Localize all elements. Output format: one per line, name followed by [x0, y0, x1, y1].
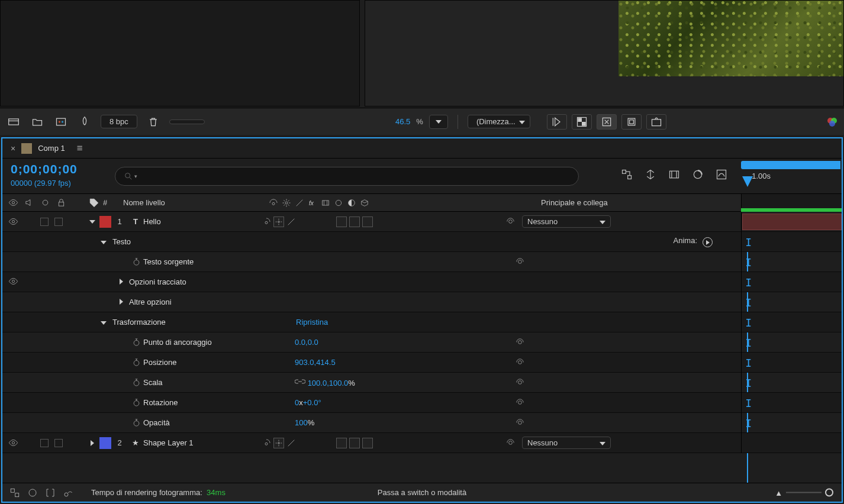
animate-menu-icon[interactable] [703, 237, 713, 247]
quality-dropdown[interactable]: (Dimezza... [468, 115, 530, 128]
shy-icon[interactable] [262, 217, 271, 227]
current-timecode[interactable]: 0;00;00;00 [11, 162, 78, 176]
shy-switch-icon[interactable] [269, 198, 278, 208]
stopwatch-icon[interactable] [132, 378, 141, 387]
frame-blend-switch-icon[interactable] [321, 198, 330, 208]
eye-icon[interactable] [8, 217, 18, 227]
draft-3d-icon[interactable] [643, 168, 658, 181]
3d-switch-icon[interactable] [360, 198, 369, 208]
switch-box-2[interactable] [349, 438, 360, 448]
layer-color-swatch[interactable] [99, 216, 111, 228]
playhead[interactable] [742, 176, 753, 187]
timeline-zoom-slider[interactable]: ▲ [775, 488, 833, 497]
graph-editor-icon[interactable] [714, 168, 729, 181]
render-queue-icon[interactable] [63, 487, 73, 498]
motion-blur-switch-icon[interactable] [334, 198, 343, 208]
trash-icon[interactable] [146, 115, 161, 128]
panel-menu-icon[interactable]: ≡ [77, 143, 83, 154]
index-column[interactable]: # [103, 198, 123, 207]
path-options-row[interactable]: Opzioni tracciato I [2, 272, 842, 292]
stopwatch-icon[interactable] [132, 257, 141, 266]
fx-switch-icon[interactable]: fx [308, 198, 317, 208]
pickwhip-icon[interactable] [515, 337, 525, 347]
layer-color-swatch[interactable] [99, 437, 111, 449]
stopwatch-icon[interactable] [132, 358, 141, 367]
opacity-row[interactable]: Opacità 100% I [2, 413, 842, 433]
composition-mini-flowchart-icon[interactable] [619, 168, 634, 181]
lock-box[interactable] [54, 439, 63, 447]
label-column-icon[interactable] [89, 198, 99, 208]
close-panel-icon[interactable]: × [11, 144, 15, 153]
eye-icon[interactable] [8, 276, 18, 286]
pickwhip-icon[interactable] [505, 217, 516, 227]
project-view-icon[interactable] [6, 115, 21, 128]
search-input[interactable]: ▾ [115, 167, 579, 186]
collapse-switch-icon[interactable] [282, 198, 291, 208]
twirl-icon[interactable] [101, 237, 107, 246]
layer-twirl[interactable] [85, 220, 99, 224]
toggle-modes-icon[interactable] [27, 487, 38, 498]
layer-twirl[interactable] [85, 440, 99, 446]
quality-toggle[interactable] [286, 217, 296, 227]
pickwhip-icon[interactable] [515, 257, 525, 267]
stopwatch-icon[interactable] [132, 418, 141, 427]
eye-column-icon[interactable] [8, 198, 18, 208]
lock-box[interactable] [54, 218, 63, 226]
solo-box[interactable] [40, 218, 49, 226]
zoom-control[interactable]: 46.5 % [395, 117, 423, 126]
layer-row-2[interactable]: 2 ★ Shape Layer 1 Nessuno [2, 433, 842, 453]
transparency-grid-icon[interactable] [572, 114, 592, 130]
zoom-dropdown[interactable] [429, 115, 448, 129]
rotation-row[interactable]: Rotazione 0x+0.0° I [2, 393, 842, 413]
zoom-value[interactable]: 46.5 [395, 117, 410, 126]
toggle-switches-icon[interactable] [9, 487, 20, 498]
pickwhip-icon[interactable] [515, 377, 525, 387]
position-row[interactable]: Posizione 903.0,414.5 I [2, 353, 842, 373]
work-area-bar[interactable] [741, 161, 840, 169]
lock-column-icon[interactable] [56, 198, 66, 208]
reset-link[interactable]: Ripristina [296, 318, 328, 327]
bpc-button[interactable]: 8 bpc [101, 115, 137, 128]
toggle-switches-label[interactable]: Passa a switch o modalità [378, 488, 466, 497]
rotation-degrees[interactable]: +0.0° [303, 398, 321, 407]
region-of-interest-icon[interactable] [621, 114, 642, 130]
scale-row[interactable]: Scala 100.0,100.0% I [2, 373, 842, 393]
pickwhip-icon[interactable] [515, 418, 525, 428]
layer-name[interactable]: Shape Layer 1 [143, 438, 262, 447]
name-column[interactable]: Nome livello [123, 198, 269, 207]
twirl-icon[interactable] [101, 318, 107, 327]
switch-box-2[interactable] [349, 217, 360, 227]
brackets-icon[interactable] [45, 487, 56, 498]
pickwhip-icon[interactable] [515, 357, 525, 367]
frame-blend-icon[interactable] [666, 168, 682, 181]
stopwatch-icon[interactable] [132, 398, 141, 407]
switch-box-3[interactable] [362, 438, 373, 448]
comp-tab[interactable]: Comp 1 [38, 144, 65, 153]
collapse-toggle[interactable] [273, 217, 284, 227]
layer-name[interactable]: Hello [143, 217, 262, 226]
layer-row-1[interactable]: 1 T Hello Nessuno [2, 212, 842, 232]
eye-icon[interactable] [8, 438, 18, 448]
parent-column[interactable]: Principale e collega [541, 198, 659, 207]
snapshot-icon[interactable] [646, 114, 666, 130]
text-group-row[interactable]: Testo Anima: I [2, 232, 842, 252]
composition-icon[interactable] [53, 115, 69, 128]
fast-preview-icon[interactable] [547, 114, 567, 130]
anchor-value[interactable]: 0.0,0.0 [295, 338, 318, 347]
folder-icon[interactable] [30, 115, 45, 128]
opacity-value[interactable]: 100 [295, 418, 308, 427]
frame-fps[interactable]: 00000 (29.97 fps) [11, 179, 71, 188]
scale-value[interactable]: 100.0,100.0 [308, 379, 349, 387]
switch-box-3[interactable] [362, 217, 373, 227]
parent-dropdown[interactable]: Nessuno [522, 215, 611, 228]
switch-box-1[interactable] [336, 438, 347, 448]
transform-group-row[interactable]: Trasformazione Ripristina I [2, 312, 842, 332]
more-options-row[interactable]: Altre opzioni I [2, 292, 842, 312]
rocket-icon[interactable] [77, 115, 92, 128]
constrain-proportions-icon[interactable] [295, 379, 305, 387]
quality-switch-icon[interactable] [295, 198, 304, 208]
layer-bar[interactable] [742, 214, 842, 230]
collapse-toggle[interactable] [273, 438, 284, 448]
motion-blur-icon[interactable] [690, 168, 706, 181]
twirl-icon[interactable] [120, 277, 123, 286]
